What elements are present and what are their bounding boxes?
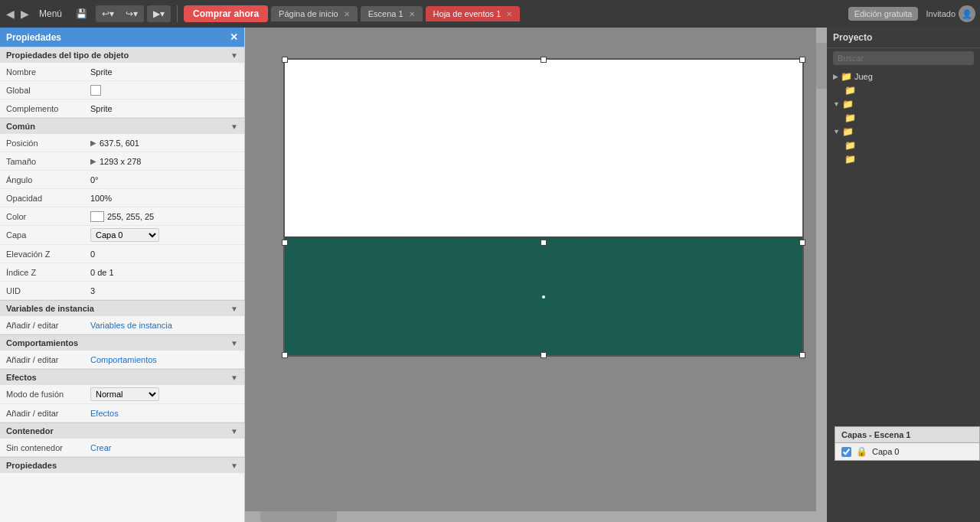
opacidad-row: Opacidad 100%	[0, 189, 244, 207]
selection-handle-bc[interactable]	[541, 352, 547, 358]
effects-section-header[interactable]: Efectos ▼	[0, 369, 244, 385]
folder-icon-6: 📁	[844, 154, 856, 165]
menu-button[interactable]: Menú	[34, 6, 67, 21]
common-label: Común	[6, 122, 35, 131]
buy-button[interactable]: Comprar ahora	[184, 5, 268, 22]
selection-handle-bl[interactable]	[282, 352, 288, 358]
container-label: Contenedor	[6, 426, 54, 436]
effects-link[interactable]: Efectos	[90, 409, 119, 418]
tree-item-0[interactable]: ▶ 📁 Jueg	[827, 70, 980, 83]
tree-item-1[interactable]: 📁	[827, 83, 980, 97]
effects-arrow: ▼	[230, 374, 238, 382]
tab-home-label: Página de inicio	[279, 9, 338, 18]
opacidad-label: Opacidad	[6, 194, 90, 203]
instance-vars-link[interactable]: Variables de instancia	[90, 321, 172, 330]
color-value: 255, 255, 25	[107, 212, 238, 221]
opacidad-value: 100%	[90, 194, 238, 203]
folder-icon-4: 📁	[842, 126, 854, 137]
posicion-row: Posición ▶ 637.5, 601	[0, 134, 244, 152]
tree-arrow-4: ▼	[833, 128, 840, 135]
elevacion-z-value: 0	[90, 250, 238, 259]
folder-icon-3: 📁	[844, 113, 856, 123]
tab-scene1-label: Escena 1	[368, 9, 403, 18]
tamano-label: Tamaño	[6, 157, 90, 166]
user-avatar[interactable]: 👤	[959, 5, 975, 22]
object-type-section-header[interactable]: Propiedades del tipo de objeto ▼	[0, 47, 244, 63]
instance-vars-label: Variables de instancia	[6, 304, 94, 313]
back-button[interactable]: ◀	[5, 6, 16, 21]
selection-handle-tc[interactable]	[541, 57, 547, 63]
tree-item-3[interactable]: 📁	[827, 111, 980, 125]
right-panel-top: Proyecto	[827, 28, 980, 48]
modo-fusion-select[interactable]: Normal	[90, 387, 159, 401]
global-checkbox[interactable]	[90, 85, 101, 96]
forward-button[interactable]: ▶	[19, 6, 31, 21]
save-button[interactable]: 💾	[70, 6, 93, 21]
layers-title: Capas - Escena 1	[835, 427, 979, 443]
tab-home-close[interactable]: ✕	[344, 10, 350, 18]
tree-item-2[interactable]: ▼ 📁	[827, 97, 980, 111]
selection-handle-mr[interactable]	[799, 240, 805, 246]
tree-item-4[interactable]: ▼ 📁	[827, 125, 980, 139]
canvas-scrollbar-v[interactable]	[816, 28, 827, 522]
tab-events[interactable]: Hoja de eventos 1 ✕	[426, 6, 521, 21]
tree-item-6[interactable]: 📁	[827, 152, 980, 166]
play-button[interactable]: ▶▾	[148, 6, 170, 21]
selection-handle-tl[interactable]	[282, 57, 288, 63]
layer-row-0: 🔒 Capa 0	[835, 443, 979, 460]
behaviors-link[interactable]: Comportamientos	[90, 355, 157, 364]
tab-scene1-close[interactable]: ✕	[409, 10, 415, 18]
selection-handle-br[interactable]	[799, 352, 805, 358]
user-label: Invitado	[926, 9, 956, 18]
instance-vars-add-row: Añadir / editar Variables de instancia	[0, 316, 244, 334]
undo-button[interactable]: ↩▾	[96, 6, 119, 21]
buy-label: Comprar ahora	[193, 8, 259, 19]
instance-vars-section-header[interactable]: Variables de instancia ▼	[0, 300, 244, 316]
angulo-row: Ángulo 0°	[0, 171, 244, 189]
common-section-header[interactable]: Común ▼	[0, 118, 244, 134]
selection-handle-ml[interactable]	[282, 240, 288, 246]
indice-z-value: 0 de 1	[90, 268, 238, 277]
selection-handle-tr[interactable]	[799, 57, 805, 63]
edition-badge: Edición gratuita	[848, 7, 919, 21]
layers-panel: Capas - Escena 1 🔒 Capa 0	[835, 426, 980, 461]
nombre-row: Nombre Sprite	[0, 63, 244, 81]
instance-vars-add-label: Añadir / editar	[6, 321, 90, 330]
indice-z-label: Índice Z	[6, 268, 90, 277]
container-arrow: ▼	[230, 427, 238, 436]
tab-events-close[interactable]: ✕	[506, 10, 512, 18]
main-area: Propiedades ✕ Propiedades del tipo de ob…	[0, 28, 980, 522]
color-swatch[interactable]	[90, 211, 104, 222]
container-section-header[interactable]: Contenedor ▼	[0, 422, 244, 439]
layer-name-0: Capa 0	[872, 447, 899, 456]
tab-scene1[interactable]: Escena 1 ✕	[361, 6, 423, 21]
propiedades-section-header[interactable]: Propiedades ▼	[0, 457, 244, 473]
common-arrow: ▼	[230, 122, 238, 131]
indice-z-row: Índice Z 0 de 1	[0, 263, 244, 282]
layer-visibility-checkbox[interactable]	[841, 447, 851, 457]
panel-close-button[interactable]: ✕	[230, 31, 238, 43]
angulo-value: 0°	[90, 175, 238, 184]
selection-handle-mc[interactable]	[541, 240, 547, 246]
layer-lock-icon: 🔒	[856, 446, 867, 457]
search-input[interactable]	[833, 51, 974, 65]
complemento-row: Complemento Sprite	[0, 100, 244, 118]
canvas-scrollbar-h[interactable]	[245, 511, 816, 522]
redo-button[interactable]: ↪▾	[120, 6, 143, 21]
tab-events-label: Hoja de eventos 1	[433, 9, 501, 18]
behaviors-section-header[interactable]: Comportamientos ▼	[0, 334, 244, 351]
effects-add-row: Añadir / editar Efectos	[0, 404, 244, 422]
tab-home[interactable]: Página de inicio ✕	[271, 6, 358, 21]
panel-title-bar: Propiedades ✕	[0, 28, 244, 47]
effects-add-label: Añadir / editar	[6, 409, 90, 418]
capa-select[interactable]: Capa 0	[90, 228, 159, 242]
menu-label: Menú	[39, 8, 62, 19]
folder-icon-5: 📁	[844, 140, 856, 151]
tree-item-5[interactable]: 📁	[827, 139, 980, 152]
tamano-value: 1293 x 278	[100, 157, 238, 166]
project-label: Proyecto	[833, 32, 872, 43]
crear-link[interactable]: Crear	[90, 443, 112, 452]
complemento-label: Complemento	[6, 104, 90, 113]
folder-icon-2: 📁	[842, 99, 854, 109]
undo-redo-group: ↩▾ ↪▾	[96, 5, 144, 22]
